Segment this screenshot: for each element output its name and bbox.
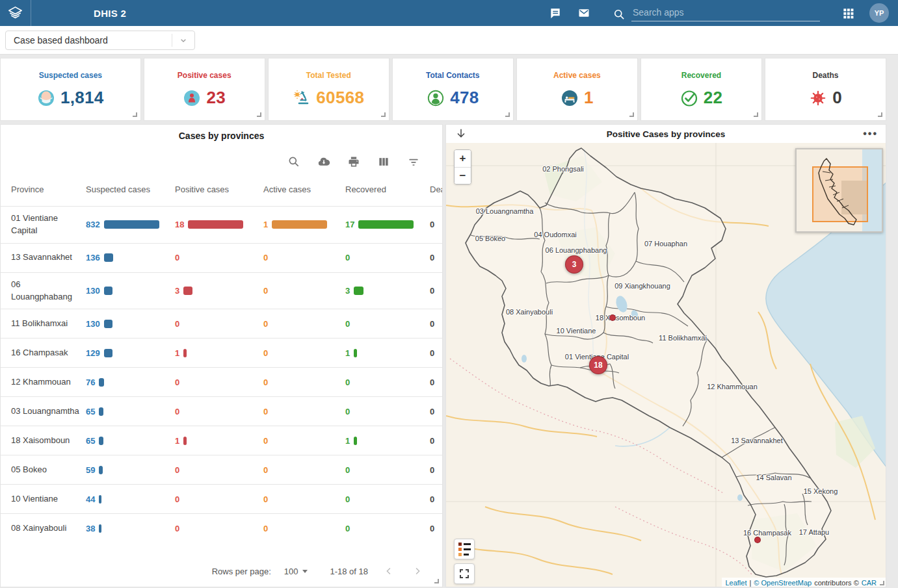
caret-down-icon [302, 570, 308, 573]
col-header-province[interactable]: Province [11, 185, 86, 194]
card-value: 23 [206, 88, 226, 108]
next-page-button[interactable] [410, 563, 425, 579]
province-cell: 16 Champasak [11, 347, 86, 359]
dashboard-select[interactable]: Case based dashboard [5, 31, 195, 50]
map-attribution: Leaflet | © OpenStreetMap contributors ©… [722, 578, 886, 587]
map-region-label: 07 Houaphan [644, 240, 687, 248]
suspected-cell: 65 [86, 407, 175, 416]
legend-icon [458, 543, 471, 556]
resize-handle[interactable] [381, 112, 386, 117]
provider-link[interactable]: CAR [862, 579, 877, 587]
stat-card-positive-cases: Positive cases 23 [144, 58, 265, 121]
leaflet-link[interactable]: Leaflet [725, 579, 746, 587]
stat-card-active-cases: Active cases 1 [516, 58, 638, 121]
value-bar [99, 407, 103, 416]
resize-handle[interactable] [133, 112, 137, 117]
table-toolbar [1, 155, 442, 168]
deaths-cell: 0 [430, 286, 443, 296]
case-point-marker[interactable] [609, 314, 616, 321]
positive-cell: 1 [175, 348, 263, 358]
recovered-cell: 0 [345, 253, 430, 262]
recovered-cell: 1 [345, 436, 430, 446]
columns-icon[interactable] [377, 155, 390, 168]
active-cell: 0 [263, 407, 345, 416]
resize-handle[interactable] [754, 112, 758, 117]
more-options-icon[interactable]: ••• [863, 128, 878, 140]
map-region-label: 18 Xaisomboun [596, 314, 645, 322]
province-cell: 10 Vientiane [11, 493, 86, 505]
messages-icon[interactable] [548, 6, 562, 20]
resize-handle[interactable] [629, 112, 634, 117]
openstreetmap-link[interactable]: © OpenStreetMap [754, 579, 812, 587]
map-canvas[interactable]: 02 Phongsali03 Louangnamtha04 Oudomxai05… [446, 143, 886, 587]
active-cell: 0 [263, 436, 345, 446]
province-cell: 18 Xaisomboun [11, 435, 86, 447]
province-cell: 08 Xainyabouli [11, 522, 86, 535]
table-row: 01 Vientiane Capital 832 18 1 17 0 [1, 206, 442, 243]
recovered-cell: 0 [345, 319, 430, 329]
suspected-cell: 38 [86, 524, 175, 533]
resize-handle[interactable] [880, 581, 884, 585]
resize-handle[interactable] [505, 112, 510, 117]
search-apps-input[interactable] [631, 5, 820, 21]
map-region-label: 08 Xainyabouli [506, 308, 553, 316]
table-row: 16 Champasak 129 1 0 1 0 [1, 338, 442, 367]
positive-cell: 0 [175, 407, 263, 416]
recovered-cell: 0 [345, 494, 430, 504]
apps-grid-icon[interactable] [841, 6, 855, 20]
attribution-text: contributors © [814, 579, 859, 587]
stat-card-total-tested: Total Tested 60568 [268, 58, 390, 121]
previous-page-button[interactable] [381, 563, 397, 579]
card-value: 22 [704, 88, 723, 108]
col-header-active[interactable]: Active cases [263, 185, 345, 194]
zoom-out-button[interactable]: − [455, 167, 471, 184]
user-avatar[interactable]: YP [869, 3, 889, 23]
fullscreen-button[interactable] [454, 563, 475, 584]
search-icon[interactable] [287, 155, 300, 168]
card-title: Total Contacts [426, 71, 479, 80]
col-header-positive[interactable]: Positive cases [175, 185, 263, 194]
resize-handle[interactable] [257, 112, 261, 117]
print-icon[interactable] [347, 155, 360, 168]
case-cluster-marker[interactable]: 18 [589, 356, 607, 374]
value-bar [183, 437, 187, 445]
resize-handle[interactable] [434, 579, 439, 583]
value-bar [99, 524, 101, 533]
value-bar [104, 320, 112, 328]
value-bar [183, 349, 187, 357]
legend-button[interactable] [454, 539, 475, 559]
active-cell: 0 [263, 377, 345, 387]
recovered-cell: 0 [345, 524, 430, 533]
recovered-cell: 0 [345, 407, 430, 416]
overview-minimap[interactable] [795, 148, 883, 233]
suspected-cell: 130 [86, 286, 175, 296]
map-region-label: 17 Attapu [799, 528, 830, 536]
card-value: 1 [584, 88, 594, 108]
value-bar [188, 220, 243, 229]
col-header-deaths[interactable]: Deaths [430, 185, 443, 194]
dashboard-bar: Case based dashboard [0, 26, 898, 55]
col-header-recovered[interactable]: Recovered [345, 185, 430, 194]
filter-icon[interactable] [407, 155, 420, 168]
case-cluster-marker[interactable]: 3 [565, 255, 583, 274]
col-header-suspected[interactable]: Suspected cases [86, 185, 175, 194]
mail-icon[interactable] [577, 6, 591, 20]
card-value: 478 [450, 88, 479, 108]
dhis2-logo[interactable] [0, 0, 31, 26]
table-body: 01 Vientiane Capital 832 18 1 17 0 13 Sa… [1, 206, 442, 543]
active-cell: 0 [263, 348, 345, 358]
positive-cell: 0 [175, 377, 263, 387]
value-bar [272, 220, 327, 229]
check-circle-icon [680, 89, 698, 107]
value-bar [99, 495, 101, 504]
zoom-in-button[interactable]: + [455, 150, 471, 167]
deaths-cell: 0 [430, 407, 443, 416]
rows-per-page-select[interactable]: 100 [284, 567, 308, 576]
deaths-cell: 0 [430, 377, 443, 387]
resize-handle[interactable] [878, 112, 882, 117]
map-region-label: 09 Xiangkhouang [614, 282, 670, 290]
map-region-label: 16 Champasak [743, 529, 791, 537]
fullscreen-icon [460, 569, 469, 578]
case-point-marker[interactable] [754, 537, 761, 543]
download-icon[interactable] [317, 155, 330, 168]
